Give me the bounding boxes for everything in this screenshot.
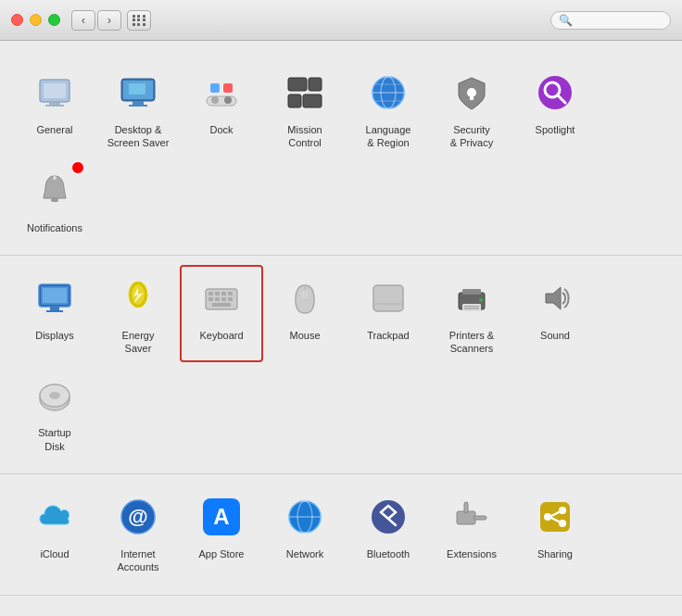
svg-rect-71: [464, 502, 468, 513]
general-icon: [29, 67, 81, 119]
section-internet: iCloud@InternetAccountsAApp StoreNetwork…: [0, 474, 682, 596]
sound-label: Sound: [540, 329, 570, 342]
pref-item-notifications[interactable]: Notifications: [13, 157, 96, 242]
icloud-label: iCloud: [40, 547, 69, 560]
security-icon: [446, 67, 498, 119]
pref-item-spotlight[interactable]: Spotlight: [513, 59, 597, 157]
pref-item-accessibility[interactable]: Accessibility: [430, 605, 513, 616]
pref-item-desktop[interactable]: Desktop &Screen Saver: [96, 59, 180, 157]
pref-item-mission[interactable]: MissionControl: [263, 59, 347, 157]
pref-item-icloud[interactable]: iCloud: [13, 484, 96, 582]
extensions-label: Extensions: [447, 547, 497, 560]
svg-rect-28: [51, 198, 58, 202]
trackpad-icon: [362, 272, 414, 324]
mission-label: MissionControl: [287, 123, 322, 150]
bluetooth-label: Bluetooth: [367, 547, 410, 560]
pref-item-general[interactable]: General: [13, 59, 96, 157]
section-system: Users &GroupsParentalControlsSiri18Date …: [0, 596, 682, 616]
grid-view-button[interactable]: [127, 10, 151, 31]
timemachine-icon: [362, 612, 414, 616]
users-icon: [29, 612, 81, 616]
svg-point-29: [53, 176, 57, 180]
pref-item-sound[interactable]: Sound: [513, 265, 597, 363]
svg-rect-53: [462, 304, 481, 311]
mouse-icon: [279, 272, 331, 324]
desktop-icon: [112, 67, 164, 119]
datetime-icon: 18: [279, 612, 331, 616]
search-bar[interactable]: 🔍: [550, 11, 671, 30]
mouse-label: Mouse: [289, 329, 320, 342]
svg-rect-1: [44, 83, 66, 98]
svg-rect-15: [309, 78, 322, 91]
pref-item-timemachine[interactable]: TimeMachine: [347, 605, 430, 616]
section-personal: GeneralDesktop &Screen SaverDockMissionC…: [0, 50, 682, 256]
svg-rect-9: [207, 96, 236, 106]
back-button[interactable]: ‹: [71, 10, 95, 31]
pref-item-mouse[interactable]: Mouse: [263, 265, 347, 363]
pref-item-printers[interactable]: Printers &Scanners: [430, 265, 513, 363]
svg-rect-32: [43, 288, 67, 303]
notifications-label: Notifications: [27, 221, 82, 234]
close-button[interactable]: [11, 14, 23, 26]
pref-item-trackpad[interactable]: Trackpad: [347, 265, 430, 363]
svg-rect-33: [50, 307, 59, 310]
displays-icon: [29, 272, 81, 324]
svg-rect-6: [129, 83, 145, 94]
svg-rect-2: [49, 102, 60, 105]
svg-rect-45: [228, 297, 233, 301]
notifications-icon: [29, 165, 81, 217]
pref-item-users[interactable]: Users &Groups: [13, 605, 96, 616]
svg-rect-11: [223, 83, 233, 93]
pref-item-energy[interactable]: EnergySaver: [96, 265, 180, 363]
svg-rect-49: [373, 285, 403, 311]
pref-item-parental[interactable]: ParentalControls: [96, 605, 180, 616]
pref-item-security[interactable]: Security& Privacy: [430, 59, 513, 157]
pref-item-datetime[interactable]: 18Date & Time: [263, 605, 347, 616]
svg-point-25: [538, 76, 572, 109]
preferences-content: GeneralDesktop &Screen SaverDockMissionC…: [0, 41, 682, 616]
svg-rect-39: [215, 292, 220, 295]
svg-rect-44: [221, 297, 226, 301]
svg-rect-56: [464, 308, 479, 309]
svg-rect-34: [46, 310, 63, 312]
pref-item-displays[interactable]: Displays: [13, 265, 96, 363]
pref-item-keyboard[interactable]: Keyboard: [180, 265, 263, 363]
pref-item-network[interactable]: Network: [263, 484, 347, 582]
internet-label: InternetAccounts: [117, 547, 158, 574]
siri-icon: [196, 612, 247, 616]
svg-point-75: [559, 520, 566, 527]
svg-rect-41: [228, 292, 233, 295]
svg-rect-70: [474, 516, 486, 520]
pref-item-sharing[interactable]: Sharing: [513, 484, 597, 582]
pref-item-dock[interactable]: Dock: [180, 59, 263, 157]
svg-rect-46: [212, 303, 231, 307]
pref-item-siri[interactable]: Siri: [180, 605, 263, 616]
svg-rect-7: [133, 101, 144, 105]
startup-icon: [29, 370, 81, 421]
minimize-button[interactable]: [30, 14, 42, 26]
traffic-lights: [11, 14, 60, 26]
pref-item-startup[interactable]: StartupDisk: [13, 362, 96, 460]
pref-item-internet[interactable]: @InternetAccounts: [96, 484, 180, 582]
security-label: Security& Privacy: [450, 123, 493, 150]
notification-badge: [71, 161, 84, 174]
dock-icon: [196, 67, 247, 119]
printers-icon: [446, 272, 498, 324]
pref-item-language[interactable]: Language& Region: [347, 59, 430, 157]
pref-item-bluetooth[interactable]: Bluetooth: [347, 484, 430, 582]
appstore-label: App Store: [199, 547, 245, 560]
svg-rect-8: [129, 105, 147, 107]
sharing-icon: [529, 491, 581, 543]
forward-button[interactable]: ›: [97, 10, 121, 31]
maximize-button[interactable]: [48, 14, 60, 26]
network-icon: [279, 491, 331, 543]
svg-rect-14: [288, 78, 307, 91]
network-label: Network: [286, 547, 323, 560]
parental-icon: [112, 612, 164, 616]
sharing-label: Sharing: [537, 547, 573, 560]
bluetooth-icon: [362, 491, 414, 543]
pref-item-appstore[interactable]: AApp Store: [180, 484, 263, 582]
svg-rect-43: [215, 297, 220, 301]
pref-item-extensions[interactable]: Extensions: [430, 484, 513, 582]
svg-rect-3: [45, 105, 64, 107]
